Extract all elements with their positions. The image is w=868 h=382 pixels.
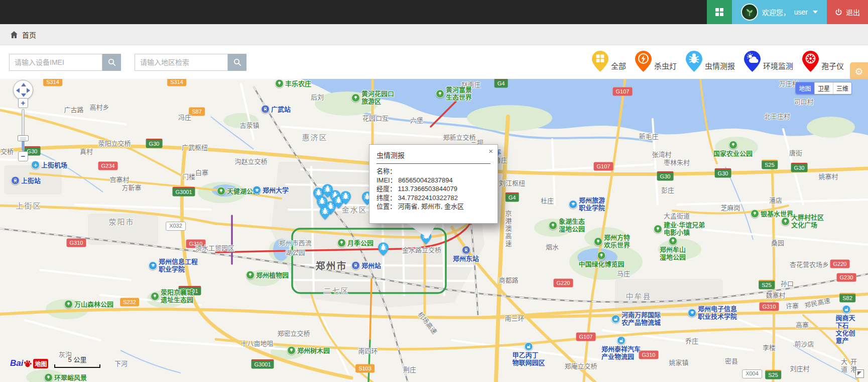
- road-shield: S314: [167, 79, 186, 86]
- baidu-logo-map-text: 地图: [33, 359, 48, 368]
- imei-search-input[interactable]: [9, 54, 102, 71]
- search-icon: [108, 58, 116, 66]
- map-label: 后刘: [311, 92, 324, 102]
- school-icon: [149, 261, 157, 270]
- user-menu[interactable]: 欢迎您， user: [732, 0, 827, 24]
- map-label: 须水工贸园区: [195, 243, 234, 252]
- map-annotation-layer: G30G30G30G30G30G4G4G3001G3001G3001S25S25…: [0, 79, 868, 382]
- map-type-三维[interactable]: 三维: [833, 82, 851, 94]
- filter-item-weather[interactable]: 环境监测: [744, 51, 793, 74]
- bug-pin-icon: [686, 51, 702, 74]
- road-shield: G3001: [178, 286, 201, 296]
- poi-park: 天健湖公园: [217, 187, 260, 196]
- tree-icon: [594, 237, 602, 246]
- imei-search-button[interactable]: [102, 54, 121, 71]
- zoom-slider-track[interactable]: [22, 109, 25, 151]
- map-label: 古荥镇: [239, 120, 259, 130]
- poi-factory: 甲乙丙丁物联网园区: [512, 342, 545, 366]
- overview-map-toggle[interactable]: [855, 369, 864, 378]
- pan-down-icon[interactable]: [21, 93, 26, 97]
- map-label: 魏寨村: [766, 290, 785, 300]
- device-marker[interactable]: [378, 242, 389, 258]
- map-label: 高村乡: [89, 102, 109, 112]
- map-label: 荥阳市: [108, 216, 134, 227]
- poi-park: 黄河花园口旅游区: [351, 90, 394, 105]
- map-pan-control[interactable]: [13, 80, 33, 100]
- map-label: 交桥: [1, 146, 14, 156]
- road-shield: G30: [791, 163, 808, 172]
- map-label: 新毛庄: [639, 131, 658, 141]
- tree-icon: [351, 93, 360, 102]
- pan-up-icon[interactable]: [21, 83, 26, 86]
- map-label: 孙口: [781, 278, 794, 288]
- device-marker[interactable]: [320, 206, 330, 222]
- info-window-divider: [377, 163, 490, 164]
- map-label: 商都路: [499, 275, 518, 284]
- map-label: 郑州市: [315, 258, 347, 272]
- map-label: 六堡: [410, 115, 423, 125]
- tree-icon: [44, 373, 53, 382]
- filter-item-grid[interactable]: 全部: [592, 51, 626, 74]
- close-icon[interactable]: ×: [488, 148, 493, 155]
- map-label: 唐街: [789, 148, 802, 157]
- avatar: [741, 4, 758, 21]
- region-search-input[interactable]: [135, 54, 228, 71]
- device-marker[interactable]: [340, 191, 351, 207]
- region-search-button[interactable]: [228, 54, 246, 71]
- map-label: 赵南庄: [461, 79, 480, 89]
- filter-item-bolt[interactable]: 杀虫灯: [635, 51, 677, 74]
- rail-icon: [261, 105, 270, 114]
- logout-button[interactable]: 退出: [827, 0, 868, 24]
- map-label: 荥阳立交桥: [98, 138, 131, 148]
- road-shield: S87: [189, 108, 205, 116]
- grid-pin-icon: [592, 51, 608, 74]
- pan-right-icon[interactable]: [27, 88, 30, 93]
- map-label: 方靳寨: [121, 182, 141, 192]
- poi-park: 黄河富景生态世界: [436, 86, 472, 101]
- filter-item-bug[interactable]: 虫情测报: [686, 51, 735, 74]
- filter-item-spore[interactable]: 孢子仪: [802, 51, 844, 74]
- poi-park: 环翠峪风景: [44, 373, 87, 382]
- device-filter-bar: 全部杀虫灯虫情测报环境监测孢子仪: [592, 45, 844, 79]
- map-label: 郑密立交桥: [277, 328, 310, 338]
- road-shield: S25: [759, 280, 775, 290]
- welcome-text: 欢迎您，: [762, 7, 790, 17]
- poi-rail: 广武站: [261, 105, 291, 114]
- logout-label: 退出: [846, 7, 860, 17]
- zoom-slider-handle[interactable]: [18, 135, 29, 141]
- poi-park: 银基水世界: [751, 210, 793, 218]
- map-label: 许寨: [786, 301, 799, 310]
- spore-pin-icon: [802, 51, 819, 74]
- road-shield: G310: [639, 351, 659, 359]
- map-canvas[interactable]: G30G30G30G30G30G4G4G3001G3001G3001S25S25…: [0, 79, 868, 382]
- map-label: 烟水: [546, 242, 559, 251]
- tree-icon: [64, 300, 73, 309]
- zoom-in-button[interactable]: +: [18, 98, 28, 108]
- road-shield: S25: [765, 370, 781, 379]
- map-type-地图[interactable]: 地图: [796, 82, 814, 94]
- info-row: 经度： 113.7366503844079: [377, 184, 490, 194]
- map-label: 司口村: [794, 97, 813, 106]
- map-label: 马庄: [617, 268, 630, 278]
- road-shield: S314: [43, 79, 62, 86]
- settings-button[interactable]: ⚙: [850, 62, 868, 81]
- road-shield: G310: [760, 303, 779, 311]
- pan-left-icon[interactable]: [16, 88, 20, 93]
- map-label: 门楼: [182, 171, 195, 181]
- map-type-switcher: 地图卫星三维: [795, 82, 852, 94]
- breadcrumb-home[interactable]: 首页: [22, 30, 36, 40]
- rail-icon: [351, 261, 360, 270]
- map-label: 中牟县: [626, 291, 651, 301]
- map-label: 杜庄: [541, 196, 554, 205]
- poi-factory: 闽商天下石文化创意产: [836, 305, 857, 344]
- apps-grid-button[interactable]: [707, 0, 732, 24]
- map-type-卫星[interactable]: 卫星: [814, 82, 833, 94]
- poi-park: 丰乐农庄: [275, 79, 311, 88]
- map-label: 广古路: [64, 105, 83, 114]
- map-label: 广武枢纽: [182, 142, 208, 152]
- factory-icon: [616, 336, 625, 345]
- zoom-out-button[interactable]: −: [18, 151, 28, 161]
- poi-park: 大胖村社区文化广场: [781, 214, 824, 229]
- road-shield: G30: [715, 168, 731, 178]
- plane-icon: [31, 161, 40, 169]
